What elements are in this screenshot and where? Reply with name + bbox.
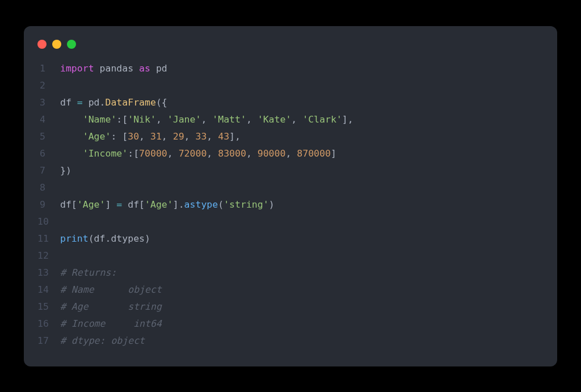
code-line: 1 import pandas as pd	[37, 60, 544, 77]
code-line: 4 'Name':['Nik', 'Jane', 'Matt', 'Kate',…	[37, 111, 544, 128]
line-number: 16	[37, 315, 60, 332]
code-line: 17 # dtype: object	[37, 332, 544, 349]
code-content: })	[60, 162, 71, 179]
line-number: 13	[37, 264, 60, 281]
code-line: 15 # Age string	[37, 298, 544, 315]
code-line: 8	[37, 179, 544, 196]
code-content: print(df.dtypes)	[60, 230, 150, 247]
line-number: 11	[37, 230, 60, 247]
line-number: 5	[37, 128, 60, 145]
window-titlebar	[24, 37, 557, 60]
code-line: 11 print(df.dtypes)	[37, 230, 544, 247]
line-number: 2	[37, 77, 60, 94]
line-number: 6	[37, 145, 60, 162]
line-number: 3	[37, 94, 60, 111]
code-content: # dtype: object	[60, 332, 145, 349]
code-line: 10	[37, 213, 544, 230]
code-window: 1 import pandas as pd 2 3 df = pd.DataFr…	[24, 26, 557, 366]
line-number: 7	[37, 162, 60, 179]
line-number: 14	[37, 281, 60, 298]
code-content: # Age string	[60, 298, 162, 315]
line-number: 10	[37, 213, 60, 230]
code-line: 7 })	[37, 162, 544, 179]
line-number: 12	[37, 247, 60, 264]
code-content: # Name object	[60, 281, 162, 298]
code-content: df = pd.DataFrame({	[60, 94, 167, 111]
close-icon[interactable]	[37, 40, 47, 49]
code-content: # Income int64	[60, 315, 162, 332]
code-line: 12	[37, 247, 544, 264]
line-number: 1	[37, 60, 60, 77]
line-number: 15	[37, 298, 60, 315]
code-content: 'Name':['Nik', 'Jane', 'Matt', 'Kate', '…	[60, 111, 353, 128]
minimize-icon[interactable]	[52, 40, 61, 49]
line-number: 4	[37, 111, 60, 128]
code-line: 14 # Name object	[37, 281, 544, 298]
code-line: 9 df['Age'] = df['Age'].astype('string')	[37, 196, 544, 213]
code-line: 2	[37, 77, 544, 94]
code-content: df['Age'] = df['Age'].astype('string')	[60, 196, 275, 213]
code-line: 5 'Age': [30, 31, 29, 33, 43],	[37, 128, 544, 145]
code-content: 'Income':[70000, 72000, 83000, 90000, 87…	[60, 145, 336, 162]
code-line: 3 df = pd.DataFrame({	[37, 94, 544, 111]
maximize-icon[interactable]	[67, 40, 76, 49]
code-content: 'Age': [30, 31, 29, 33, 43],	[60, 128, 241, 145]
code-line: 6 'Income':[70000, 72000, 83000, 90000, …	[37, 145, 544, 162]
line-number: 17	[37, 332, 60, 349]
code-content: import pandas as pd	[60, 60, 167, 77]
code-line: 16 # Income int64	[37, 315, 544, 332]
code-content: # Returns:	[60, 264, 116, 281]
code-line: 13 # Returns:	[37, 264, 544, 281]
line-number: 8	[37, 179, 60, 196]
line-number: 9	[37, 196, 60, 213]
code-area: 1 import pandas as pd 2 3 df = pd.DataFr…	[24, 60, 557, 349]
